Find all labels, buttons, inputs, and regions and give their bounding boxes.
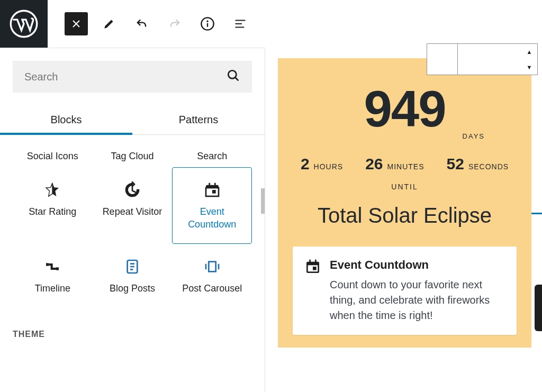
block-search[interactable]: Search bbox=[172, 145, 252, 167]
svg-rect-19 bbox=[313, 267, 317, 270]
carousel-icon bbox=[204, 257, 221, 276]
block-star-rating[interactable]: Star Rating bbox=[13, 167, 93, 244]
svg-rect-18 bbox=[315, 260, 317, 263]
svg-rect-10 bbox=[212, 190, 216, 194]
event-title: Total Solar Eclipse bbox=[293, 204, 517, 227]
block-description-title: Event Countdown bbox=[330, 258, 505, 272]
until-label: UNTIL bbox=[293, 183, 517, 191]
info-icon[interactable] bbox=[196, 12, 219, 35]
top-toolbar bbox=[0, 0, 542, 48]
block-timeline[interactable]: Timeline bbox=[13, 244, 93, 308]
svg-rect-14 bbox=[209, 262, 215, 272]
block-social-icons[interactable]: Social Icons bbox=[13, 145, 93, 167]
days-value: 949 bbox=[293, 84, 517, 134]
stepper-up-icon[interactable]: ▲ bbox=[521, 44, 537, 59]
svg-rect-9 bbox=[214, 183, 216, 187]
block-inserter-panel: Search Blocks Patterns Social Icons Tag … bbox=[0, 48, 265, 392]
svg-rect-12 bbox=[56, 268, 59, 270]
tab-blocks[interactable]: Blocks bbox=[0, 105, 132, 134]
tab-patterns[interactable]: Patterns bbox=[132, 105, 265, 134]
redo-icon bbox=[163, 12, 186, 35]
svg-rect-3 bbox=[207, 23, 208, 27]
inserter-tabs: Blocks Patterns bbox=[0, 105, 265, 135]
svg-rect-17 bbox=[309, 260, 311, 263]
svg-rect-8 bbox=[209, 183, 210, 187]
edit-icon[interactable] bbox=[97, 12, 121, 35]
block-preview-area: ▲ ▼ 949 DAYS 2 HOURS 26 MINUTES bbox=[265, 48, 542, 392]
search-input[interactable]: Search bbox=[13, 61, 252, 93]
timeline-icon bbox=[44, 257, 61, 276]
block-repeat-visitor[interactable]: Repeat Visitor bbox=[93, 167, 173, 244]
block-tag-cloud[interactable]: Tag Cloud bbox=[93, 145, 173, 167]
stepper-down-icon[interactable]: ▼ bbox=[521, 59, 537, 75]
block-event-countdown[interactable]: Event Countdown bbox=[172, 167, 252, 244]
minutes-cell: 26 MINUTES bbox=[365, 155, 424, 173]
toolbar-buttons bbox=[48, 12, 252, 35]
star-icon bbox=[44, 180, 61, 199]
side-handle[interactable] bbox=[535, 285, 542, 331]
block-post-carousel[interactable]: Post Carousel bbox=[172, 244, 252, 308]
hours-cell: 2 HOURS bbox=[301, 155, 343, 173]
close-inserter-button[interactable] bbox=[65, 12, 88, 35]
selection-indicator bbox=[531, 213, 542, 214]
wordpress-logo[interactable] bbox=[0, 0, 48, 48]
block-blog-posts[interactable]: Blog Posts bbox=[93, 244, 173, 308]
theme-section-label: THEME bbox=[0, 319, 265, 350]
countdown-preview: 949 DAYS 2 HOURS 26 MINUTES 52 SECONDS U… bbox=[278, 58, 531, 348]
seconds-cell: 52 SECONDS bbox=[447, 155, 509, 173]
history-icon bbox=[124, 180, 141, 199]
calendar-icon bbox=[204, 180, 221, 199]
search-placeholder: Search bbox=[24, 71, 58, 83]
block-description-card: Event Countdown Count down to your favor… bbox=[293, 247, 517, 335]
search-icon bbox=[227, 69, 240, 85]
block-description-text: Count down to your favorite next thing, … bbox=[330, 277, 505, 323]
number-stepper[interactable]: ▲ ▼ bbox=[427, 43, 538, 75]
undo-icon[interactable] bbox=[130, 12, 153, 35]
svg-rect-11 bbox=[46, 263, 49, 266]
svg-point-2 bbox=[206, 21, 209, 23]
list-view-icon[interactable] bbox=[229, 12, 252, 35]
calendar-icon bbox=[304, 258, 321, 323]
document-icon bbox=[124, 257, 141, 276]
